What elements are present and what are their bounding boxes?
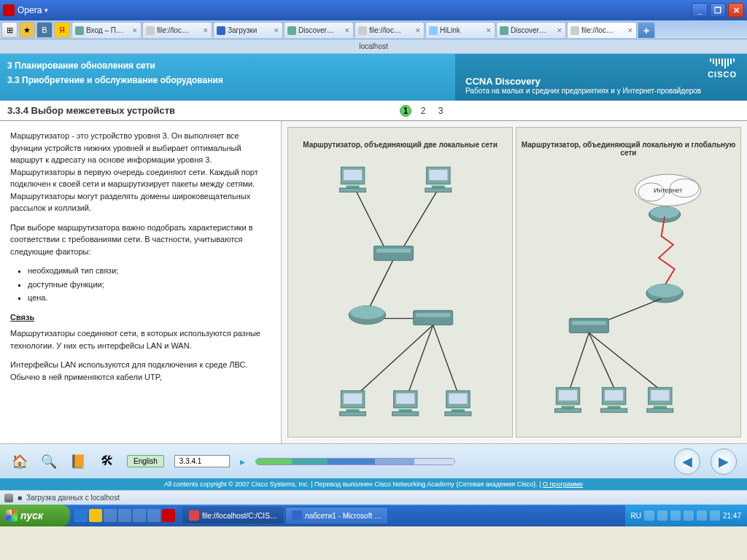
svg-rect-56 <box>651 390 669 400</box>
pager: 1 2 3 <box>391 101 455 120</box>
clock[interactable]: 21:47 <box>723 512 741 520</box>
new-tab-button[interactable]: + <box>638 22 655 38</box>
page-3-button[interactable]: 3 <box>435 105 446 117</box>
app-icon[interactable] <box>104 509 117 522</box>
close-tab-icon[interactable]: ✕ <box>486 27 492 34</box>
speed-dial-icon[interactable]: ⊞ <box>1 22 18 38</box>
vk-icon[interactable]: В <box>36 22 53 38</box>
status-text: Загрузка данных с localhost <box>26 494 120 502</box>
maximize-button[interactable]: ❐ <box>710 3 726 18</box>
window-titlebar: Opera ▾ _ ❐ ✕ <box>0 0 747 20</box>
tab-5[interactable]: file://loc…✕ <box>355 22 425 38</box>
svg-rect-58 <box>647 408 673 412</box>
address-bar[interactable]: localhost <box>0 39 747 54</box>
task-opera[interactable]: file://localhost/C:/CIS… <box>182 507 284 524</box>
tray-icon[interactable] <box>710 510 720 521</box>
svg-rect-53 <box>608 406 621 409</box>
svg-rect-12 <box>429 170 447 180</box>
about-link[interactable]: О программе <box>543 481 583 488</box>
diagram-area: Маршрутизатор, объединяющий две локальны… <box>282 121 747 443</box>
tab-6[interactable]: HiLink✕ <box>425 22 495 38</box>
course-brand-panel: CISCO CCNA Discovery Работа на малых и с… <box>455 54 747 101</box>
svg-rect-26 <box>396 393 414 403</box>
close-tab-icon[interactable]: ✕ <box>415 27 421 34</box>
windows-taskbar: пуск file://localhost/C:/CIS… лабсети1 -… <box>0 505 747 526</box>
tray-icon[interactable] <box>657 510 667 521</box>
quick-launch <box>70 505 179 526</box>
page-1-button[interactable]: 1 <box>400 105 411 117</box>
svg-rect-57 <box>654 406 667 409</box>
close-tab-icon[interactable]: ✕ <box>627 27 633 34</box>
svg-rect-48 <box>559 390 577 400</box>
svg-rect-32 <box>445 412 471 416</box>
paragraph: При выборе маршрутизатора важно подобрат… <box>10 222 271 258</box>
svg-rect-22 <box>344 393 362 403</box>
tab-3[interactable]: Загрузки✕ <box>213 22 283 38</box>
tray-icon[interactable] <box>670 510 681 521</box>
tools-icon[interactable]: 🛠 <box>98 452 117 471</box>
svg-rect-52 <box>605 390 623 400</box>
course-breadcrumb: 3 Планирование обновления сети 3.3 Приоб… <box>0 54 455 101</box>
yandex-icon[interactable]: Я <box>54 22 70 38</box>
tab-4[interactable]: Discover…✕ <box>284 22 354 38</box>
svg-line-1 <box>400 187 440 252</box>
close-tab-icon[interactable]: ✕ <box>274 27 279 34</box>
svg-line-5 <box>407 325 433 397</box>
go-icon[interactable]: ▸ <box>240 456 245 467</box>
shield-icon <box>4 494 13 502</box>
progress-bar <box>255 458 455 465</box>
close-button[interactable]: ✕ <box>728 3 744 18</box>
tray-icon[interactable] <box>644 510 654 521</box>
app-icon[interactable] <box>147 509 160 522</box>
close-tab-icon[interactable]: ✕ <box>557 27 562 34</box>
tray-icon[interactable] <box>684 510 694 521</box>
dropdown-icon[interactable]: ▾ <box>44 7 48 14</box>
window-title: Opera <box>18 5 42 15</box>
bookmarks-icon[interactable]: ★ <box>19 22 35 38</box>
next-page-button[interactable]: ▶ <box>711 448 737 475</box>
svg-rect-30 <box>449 393 467 403</box>
svg-rect-27 <box>399 409 412 412</box>
tray-icon[interactable] <box>697 510 707 521</box>
close-tab-icon[interactable]: ✕ <box>344 27 350 34</box>
svg-rect-10 <box>340 188 366 192</box>
copyright-bar: All contents copyright © 2007 Cisco Syst… <box>0 478 747 490</box>
svg-rect-42 <box>569 319 608 333</box>
task-word[interactable]: лабсети1 - Microsoft … <box>285 507 388 524</box>
svg-rect-43 <box>572 321 606 324</box>
text-pane[interactable]: Маршрутизатор - это устройство уровня 3.… <box>0 121 282 443</box>
svg-rect-24 <box>340 412 366 416</box>
svg-rect-20 <box>416 313 450 316</box>
svg-rect-50 <box>554 408 581 412</box>
bullet-list: необходимый тип связи; доступные функции… <box>28 265 271 304</box>
location-input[interactable]: 3.3.4.1 <box>174 455 230 467</box>
ie-icon[interactable] <box>74 509 88 522</box>
subheading: Связь <box>10 311 271 324</box>
home-icon[interactable]: 🏠 <box>10 452 29 471</box>
chrome-icon[interactable] <box>89 509 102 522</box>
svg-line-0 <box>354 187 387 252</box>
app-icon[interactable] <box>118 509 131 522</box>
glossary-icon[interactable]: 📙 <box>69 452 88 471</box>
opera-ql-icon[interactable] <box>162 509 175 522</box>
tab-8[interactable]: file://loc…✕ <box>567 22 637 38</box>
system-tray: RU 21:47 <box>625 505 747 526</box>
start-button[interactable]: пуск <box>0 505 70 526</box>
svg-line-2 <box>367 259 393 311</box>
paragraph: Интерфейсы LAN используются для подключе… <box>10 359 271 383</box>
tab-2[interactable]: file://loc…✕ <box>142 22 212 38</box>
svg-rect-15 <box>374 246 413 260</box>
language-button[interactable]: English <box>127 455 164 467</box>
browser-statusbar: ■ Загрузка данных с localhost <box>0 490 747 505</box>
close-tab-icon[interactable]: ✕ <box>132 27 138 34</box>
prev-page-button[interactable]: ◀ <box>674 448 700 475</box>
search-icon[interactable]: 🔍 <box>39 452 58 471</box>
tab-1[interactable]: Вход – П…✕ <box>71 22 142 38</box>
tab-7[interactable]: Discover…✕ <box>496 22 566 38</box>
svg-point-18 <box>350 306 384 319</box>
app-icon[interactable] <box>133 509 146 522</box>
lang-indicator[interactable]: RU <box>631 512 641 520</box>
close-tab-icon[interactable]: ✕ <box>203 27 209 34</box>
page-2-button[interactable]: 2 <box>417 105 429 117</box>
minimize-button[interactable]: _ <box>692 3 708 18</box>
